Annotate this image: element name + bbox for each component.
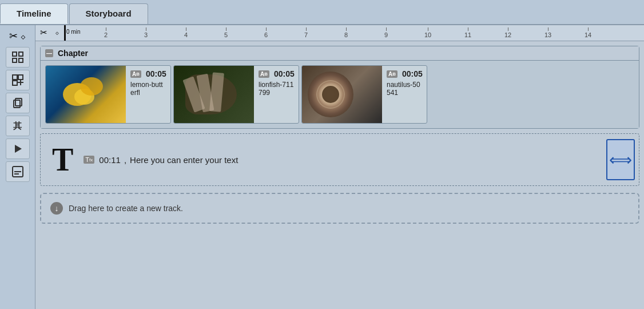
clip-thumbnail-2 [174, 66, 254, 123]
clip-duration-3: 00:05 [402, 69, 423, 78]
grid-button[interactable] [6, 47, 30, 68]
clip-card-1[interactable]: AB 00:05 lemon-butterfl [45, 65, 171, 124]
text-info: Tfx 00:11, Here you can enter your text [84, 155, 238, 165]
chapter-title: Chapter [58, 49, 88, 58]
clip-card-2[interactable]: AB 00:05 lionfish-711799 [173, 65, 299, 124]
clip-ab-icon-2: AB [259, 70, 269, 78]
ruler: ✂ ⬦ 0 min 2 3 4 5 6 7 8 9 10 [35, 25, 644, 41]
tracks-area: — Chapter [35, 41, 644, 309]
clip-name-3: nautilus-50541 [387, 81, 422, 97]
svg-rect-0 [13, 52, 17, 56]
clip-info-1: AB 00:05 lemon-butterfl [126, 66, 170, 123]
clip-duration-1: 00:05 [146, 69, 166, 78]
resize-arrows-icon: ⟺ [609, 150, 632, 169]
text-fx-icon: Tfx [84, 156, 94, 164]
clip-name-1: lemon-butterfl [130, 81, 166, 97]
copy-button[interactable] [6, 93, 30, 113]
clip-info-2: AB 00:05 lionfish-711799 [254, 66, 299, 123]
clip-thumbnail-1 [46, 66, 126, 123]
chapter-track: — Chapter [40, 46, 639, 129]
svg-rect-10 [15, 98, 22, 106]
svg-rect-2 [13, 58, 17, 62]
ruler-mark-3: 3 [144, 27, 148, 38]
tab-storyboard[interactable]: Storyboard [69, 3, 148, 24]
ruler-mark-11: 11 [464, 27, 471, 38]
svg-rect-3 [19, 58, 23, 62]
scissors-icon[interactable]: ✂ [9, 30, 18, 42]
drop-zone-label: Drag here to create a new track. [69, 204, 183, 213]
ruler-mark-6: 6 [264, 27, 268, 38]
svg-rect-4 [13, 75, 17, 80]
split-icon[interactable]: ⬦ [20, 30, 26, 42]
content-area: ✂ ⬦ 0 min 2 3 4 5 6 7 8 9 10 [35, 25, 644, 309]
text-track: T Tfx 00:11, Here you can enter your tex… [40, 133, 639, 186]
ruler-tools: ✂ ⬦ [35, 25, 64, 39]
clip-card-3[interactable]: AB 00:05 nautilus-50541 [301, 65, 427, 124]
text-track-inner: T Tfx 00:11, Here you can enter your tex… [41, 134, 639, 185]
clip-name-2: lionfish-711799 [259, 81, 294, 97]
ruler-mark-10: 10 [424, 27, 431, 38]
tab-timeline[interactable]: Timeline [0, 3, 68, 24]
resize-handle-box[interactable]: ⟺ [606, 139, 635, 180]
multilang-button[interactable]: 其 [6, 116, 30, 136]
playhead-label: 0 min [66, 29, 80, 35]
ruler-mark-8: 8 [344, 27, 348, 38]
svg-rect-1 [19, 52, 23, 56]
ruler-mark-9: 9 [384, 27, 388, 38]
clip-ab-icon-1: AB [130, 70, 141, 78]
left-toolbar: ✂ ⬦ 其 [0, 25, 35, 309]
subtitle-button[interactable] [6, 161, 30, 182]
svg-marker-11 [15, 145, 22, 153]
add-track-button[interactable] [6, 70, 30, 90]
play-button[interactable] [6, 138, 30, 159]
clip-ab-icon-3: AB [387, 70, 397, 78]
clips-row: AB 00:05 lemon-butterfl [41, 61, 639, 128]
ruler-mark-2: 2 [104, 27, 108, 38]
drop-arrow-icon: ↓ [50, 202, 63, 215]
ruler-mark-7: 7 [304, 27, 308, 38]
drop-zone[interactable]: ↓ Drag here to create a new track. [40, 193, 639, 224]
resize-handle[interactable]: ⟺ [602, 134, 639, 185]
split-ruler-icon[interactable]: ⬦ [55, 28, 59, 37]
text-placeholder: Here you can enter your text [130, 155, 238, 165]
text-T-icon: T [52, 144, 73, 176]
svg-rect-9 [14, 100, 20, 108]
ruler-mark-13: 13 [544, 27, 551, 38]
text-duration: 00:11 [99, 155, 121, 165]
clip-info-3: AB 00:05 nautilus-50541 [382, 66, 427, 123]
ruler-numbers: 0 min 2 3 4 5 6 7 8 9 10 11 12 13 14 [64, 25, 644, 39]
ruler-mark-12: 12 [504, 27, 511, 38]
svg-rect-5 [18, 75, 23, 80]
chapter-header: — Chapter [41, 46, 639, 61]
chapter-collapse-button[interactable]: — [45, 49, 53, 57]
main-area: ✂ ⬦ 其 [0, 25, 644, 309]
svg-rect-6 [13, 81, 17, 85]
ruler-mark-5: 5 [224, 27, 228, 38]
ruler-mark-4: 4 [184, 27, 188, 38]
scissor-ruler-icon[interactable]: ✂ [40, 27, 47, 38]
clip-thumbnail-3 [302, 66, 382, 123]
ruler-mark-14: 14 [585, 27, 591, 38]
clip-duration-2: 00:05 [274, 69, 295, 78]
tab-bar: Timeline Storyboard [0, 0, 644, 25]
